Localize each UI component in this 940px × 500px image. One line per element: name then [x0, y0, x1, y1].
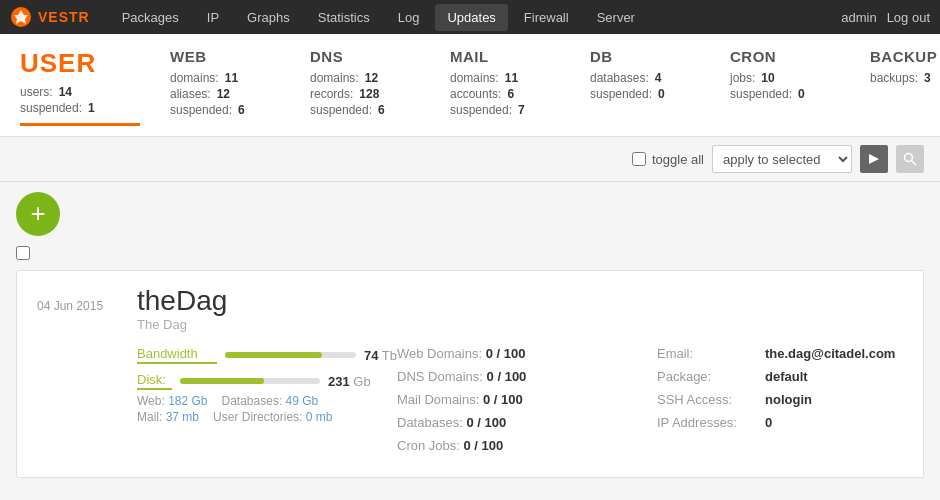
nav-packages[interactable]: Packages [110, 4, 191, 31]
disk-userdir-link[interactable]: 0 mb [306, 410, 333, 424]
cron-title: CRON [730, 48, 830, 65]
suspended-label: suspended: [20, 101, 82, 115]
nav-ip[interactable]: IP [195, 4, 231, 31]
toggle-all-label: toggle all [652, 152, 704, 167]
user-date: 04 Jun 2015 [37, 299, 127, 313]
nav-firewall[interactable]: Firewall [512, 4, 581, 31]
toggle-all-checkbox[interactable] [632, 152, 646, 166]
dns-suspended-val: 6 [378, 103, 385, 117]
user-underline [20, 123, 140, 126]
nav-statistics[interactable]: Statistics [306, 4, 382, 31]
mail-accounts-val: 6 [507, 87, 514, 101]
bandwidth-fill [225, 352, 322, 358]
disk-web-link[interactable]: 182 Gb [168, 394, 207, 408]
col3-ssh: SSH Access: nologin [657, 392, 903, 407]
col2: Web Domains: 0 / 100 DNS Domains: 0 / 10… [397, 346, 657, 461]
apply-select[interactable]: apply to selected suspend unsuspend dele… [712, 145, 852, 173]
stat-group-db: DB databases:4 suspended:0 [590, 48, 690, 126]
dns-domains-val: 12 [365, 71, 378, 85]
cron-suspended-label: suspended: [730, 87, 792, 101]
nav-graphs[interactable]: Graphs [235, 4, 302, 31]
nav-admin[interactable]: admin [841, 10, 876, 25]
svg-point-3 [905, 154, 913, 162]
mail-title: MAIL [450, 48, 550, 65]
disk-sub-userdir: User Directories: 0 mb [213, 410, 332, 424]
db-title: DB [590, 48, 690, 65]
bandwidth-row: Bandwidth 74 Tb [137, 346, 397, 364]
user-full-name: The Dag [137, 317, 903, 332]
bandwidth-value: 74 Tb [364, 348, 397, 363]
content-area: + 04 Jun 2015 theDag The Dag Bandwidth 7… [0, 182, 940, 488]
logo-text: VESTR [38, 9, 90, 25]
db-suspended-label: suspended: [590, 87, 652, 101]
logo-icon [10, 6, 32, 28]
users-val: 14 [59, 85, 72, 99]
stat-group-dns: DNS domains:12 records:128 suspended:6 [310, 48, 410, 126]
disk-fill [180, 378, 264, 384]
dns-title: DNS [310, 48, 410, 65]
col2-dns-domains: DNS Domains: 0 / 100 [397, 369, 657, 384]
users-label: users: [20, 85, 53, 99]
dns-records-val: 128 [359, 87, 379, 101]
toggle-all-area: toggle all [632, 152, 704, 167]
mail-suspended-label: suspended: [450, 103, 512, 117]
web-suspended-label: suspended: [170, 103, 232, 117]
disk-label: Disk: [137, 372, 172, 390]
backup-backups-label: backups: [870, 71, 918, 85]
user-card: 04 Jun 2015 theDag The Dag Bandwidth 74 … [16, 270, 924, 478]
disk-sub-web: Web: 182 Gb [137, 394, 208, 408]
apply-button[interactable] [860, 145, 888, 173]
web-aliases-label: aliases: [170, 87, 211, 101]
nav-server[interactable]: Server [585, 4, 647, 31]
stat-group-web: WEB domains:11 aliases:12 suspended:6 [170, 48, 270, 126]
backup-title: BACKUP [870, 48, 940, 65]
search-button[interactable] [896, 145, 924, 173]
db-suspended-val: 0 [658, 87, 665, 101]
col3: Email: the.dag@citadel.com Package: defa… [657, 346, 903, 461]
disk-sub-db: Databases: 49 Gb [222, 394, 319, 408]
disk-value: 231 Gb [328, 374, 371, 389]
cron-jobs-val: 10 [761, 71, 774, 85]
search-icon [903, 152, 917, 166]
disk-row: Disk: 231 Gb [137, 372, 397, 390]
db-databases-label: databases: [590, 71, 649, 85]
toolbar: toggle all apply to selected suspend uns… [0, 137, 940, 182]
user-card-stats: Bandwidth 74 Tb Disk: [137, 346, 903, 461]
dns-suspended-label: suspended: [310, 103, 372, 117]
disk-section: Disk: 231 Gb Web: 182 Gb Datab [137, 372, 397, 424]
nav-logout[interactable]: Log out [887, 10, 930, 25]
svg-line-4 [912, 161, 917, 166]
row-checkbox[interactable] [16, 246, 30, 260]
disk-sub: Web: 182 Gb Databases: 49 Gb [137, 394, 397, 408]
logo[interactable]: VESTR [10, 6, 90, 28]
col2-web-domains: Web Domains: 0 / 100 [397, 346, 657, 361]
nav-right: admin Log out [841, 10, 930, 25]
mail-domains-label: domains: [450, 71, 499, 85]
svg-marker-2 [869, 154, 879, 164]
user-card-name[interactable]: theDag [137, 285, 903, 317]
disk-sub2: Mail: 37 mb User Directories: 0 mb [137, 410, 397, 424]
backup-backups-val: 3 [924, 71, 931, 85]
web-suspended-val: 6 [238, 103, 245, 117]
col2-mail-domains: Mail Domains: 0 / 100 [397, 392, 657, 407]
user-title: USER [20, 48, 120, 79]
stat-suspended-row: suspended: 1 [20, 101, 120, 115]
col3-email: Email: the.dag@citadel.com [657, 346, 903, 361]
add-user-button[interactable]: + [16, 192, 60, 236]
stats-panel: USER users: 14 suspended: 1 WEB domains:… [0, 34, 940, 137]
nav-updates[interactable]: Updates [435, 4, 507, 31]
mail-domains-val: 11 [505, 71, 518, 85]
top-nav: VESTR Packages IP Graphs Statistics Log … [0, 0, 940, 34]
web-title: WEB [170, 48, 270, 65]
disk-db-link[interactable]: 49 Gb [286, 394, 319, 408]
arrow-right-icon [867, 152, 881, 166]
col3-package: Package: default [657, 369, 903, 384]
nav-links: Packages IP Graphs Statistics Log Update… [110, 4, 842, 31]
nav-log[interactable]: Log [386, 4, 432, 31]
col3-ip: IP Addresses: 0 [657, 415, 903, 430]
mail-suspended-val: 7 [518, 103, 525, 117]
col1: Bandwidth 74 Tb Disk: [137, 346, 397, 461]
disk-mail-link[interactable]: 37 mb [166, 410, 199, 424]
web-aliases-val: 12 [217, 87, 230, 101]
disk-sub-mail: Mail: 37 mb [137, 410, 199, 424]
